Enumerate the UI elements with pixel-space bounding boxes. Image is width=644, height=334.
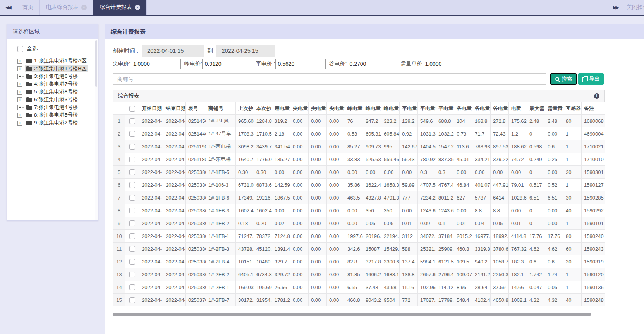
cell: 79.01 xyxy=(509,179,527,191)
search-button[interactable]: 搜索 xyxy=(550,73,577,85)
tree-expander-icon[interactable]: + xyxy=(17,105,22,110)
table-horizontal-scrollbar-thumb[interactable] xyxy=(113,313,591,316)
row-checkbox[interactable] xyxy=(129,272,135,277)
row-checkbox[interactable] xyxy=(129,220,135,226)
header-表号: 表号 xyxy=(186,102,206,115)
tree-expander-icon[interactable]: + xyxy=(17,59,22,64)
cell: 6734.8 xyxy=(254,268,272,281)
scroll-tabs-left-button[interactable]: ◀◀ xyxy=(0,0,16,15)
cell: 0.00 xyxy=(327,268,345,281)
cell: 10480. xyxy=(254,255,272,268)
cell: 3319.8 xyxy=(472,243,491,255)
cell: 138.8 xyxy=(400,268,418,281)
row-checkbox[interactable] xyxy=(129,297,135,303)
topbar-divider xyxy=(609,0,609,15)
tree-node[interactable]: 9:张江集电港2号楼 xyxy=(25,119,79,127)
row-checkbox[interactable] xyxy=(129,195,135,201)
scroll-tabs-right-button[interactable]: ▶▶ xyxy=(613,0,618,15)
price-input[interactable] xyxy=(347,59,397,69)
row-checkbox[interactable] xyxy=(129,118,135,124)
tree-expander-icon[interactable]: + xyxy=(17,74,22,79)
row-checkbox[interactable] xyxy=(129,131,135,137)
tab-close-icon[interactable]: × xyxy=(81,5,87,10)
price-input[interactable] xyxy=(131,59,181,69)
export-button[interactable]: 导出 xyxy=(578,73,604,85)
cell: 113.6 xyxy=(454,140,472,153)
cell: 30 xyxy=(563,255,582,268)
close-operations-menu[interactable]: 关闭操作 xyxy=(627,0,644,15)
tab-label: 电表综合报表 xyxy=(46,4,79,11)
cell: 0.00 xyxy=(491,166,509,179)
cell: 02511901 xyxy=(186,140,206,153)
tree-node[interactable]: 3:张江集电港6号楼 xyxy=(25,72,79,80)
cell: 2022-04- xyxy=(139,268,163,281)
tab-close-icon[interactable]: × xyxy=(135,5,140,10)
cell: 995 xyxy=(381,140,400,153)
cell: 1590285 xyxy=(582,191,605,204)
row-checkbox[interactable] xyxy=(129,144,135,150)
cell: 3112 xyxy=(400,230,418,243)
cell: 0.05 xyxy=(381,217,400,230)
row-checkbox[interactable] xyxy=(129,208,135,213)
tree-node[interactable]: 7:张江集电港4号楼 xyxy=(25,103,79,111)
tree-expander-icon[interactable]: + xyxy=(17,113,22,118)
row-checkbox[interactable] xyxy=(129,246,135,252)
row-checkbox[interactable] xyxy=(129,182,135,188)
cell: 20196. xyxy=(363,230,381,243)
price-input[interactable] xyxy=(275,59,326,69)
row-checkbox[interactable] xyxy=(129,284,135,290)
select-all-row[interactable]: 全选 xyxy=(17,45,98,52)
sidebar-scrollbar-thumb[interactable] xyxy=(95,40,97,87)
cell: 0.517 xyxy=(527,179,545,191)
tree-expander-icon[interactable]: + xyxy=(17,90,22,95)
header-checkbox[interactable] xyxy=(129,106,135,112)
cell: 4.32 xyxy=(545,294,563,306)
tree-expander-icon[interactable]: + xyxy=(17,66,22,71)
folder-icon xyxy=(26,97,32,102)
cell: 7234.2 xyxy=(418,191,436,204)
tree-node[interactable]: 8:张江集电港5号楼 xyxy=(25,111,79,119)
cell: 2022-04- xyxy=(163,179,186,191)
tree-node[interactable]: 6:张江集电港3号楼 xyxy=(25,96,79,103)
search-row: 搜索 导出 xyxy=(113,73,605,85)
row-checkbox-cell xyxy=(125,179,139,191)
price-input[interactable] xyxy=(202,59,252,69)
tree-node[interactable]: 5:张江集电港8号楼 xyxy=(25,88,79,96)
tab-2[interactable]: 电表综合报表× xyxy=(40,0,93,15)
tree-node[interactable]: 1:张江集电港1号楼A区 xyxy=(25,57,88,65)
cell: 17027. xyxy=(418,294,436,306)
shop-number-input[interactable] xyxy=(113,73,546,85)
date-to-input[interactable] xyxy=(216,45,275,57)
price-input[interactable] xyxy=(422,59,477,69)
cell: 2022-04- xyxy=(163,153,186,166)
tree-expander-icon[interactable]: + xyxy=(17,97,22,102)
cell: 1#-1FB-5 xyxy=(206,166,236,179)
header-用电量: 用电量 xyxy=(272,102,290,115)
tree-expander-icon[interactable]: + xyxy=(17,121,22,126)
tree-item-label: 1:张江集电港1号楼A区 xyxy=(34,57,87,64)
row-checkbox[interactable] xyxy=(129,169,135,175)
tree-node[interactable]: 4:张江集电港7号楼 xyxy=(25,80,79,88)
select-all-checkbox[interactable] xyxy=(17,46,23,52)
tree-item-4: +4:张江集电港7号楼 xyxy=(17,80,98,88)
cell: 0.04 xyxy=(472,217,491,230)
row-checkbox[interactable] xyxy=(129,157,135,162)
tree-expander-icon[interactable]: + xyxy=(17,82,22,87)
tree-node[interactable]: 2:张江集电港1号楼B区 xyxy=(25,65,88,72)
price-field-5: 需量单价 xyxy=(400,59,477,69)
tab-1[interactable]: 首页 xyxy=(16,0,40,15)
tab-3[interactable]: 综合计费报表× xyxy=(93,0,147,15)
row-checkbox[interactable] xyxy=(129,233,135,239)
cell: 10151. xyxy=(236,255,254,268)
cell: 0.00 xyxy=(309,179,327,191)
table-horizontal-scrollbar[interactable] xyxy=(113,313,605,316)
cell: 2022-04- xyxy=(163,255,186,268)
sidebar-scrollbar[interactable] xyxy=(95,40,98,220)
cell: 56.43 xyxy=(400,153,418,166)
info-icon[interactable]: i xyxy=(594,93,599,99)
row-checkbox[interactable] xyxy=(129,259,135,265)
cell: 0.09 xyxy=(418,217,436,230)
date-from-input[interactable] xyxy=(142,45,204,57)
report-section-bar: 综合报表 i xyxy=(113,90,605,102)
cell: 777 xyxy=(400,191,418,204)
